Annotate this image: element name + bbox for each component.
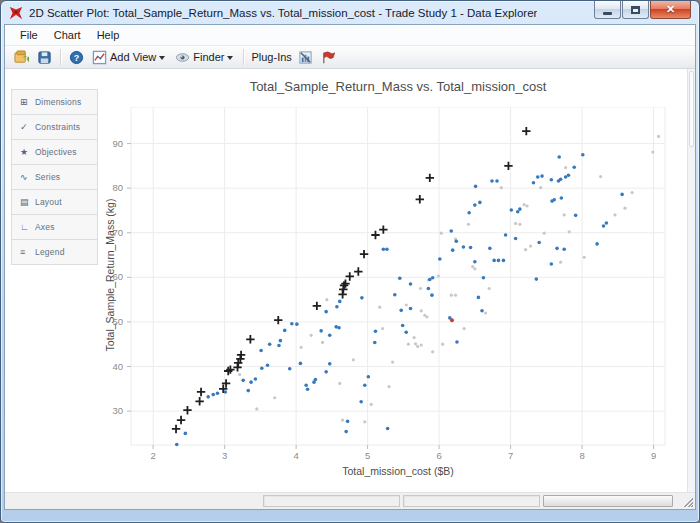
data-point[interactable] bbox=[529, 245, 532, 248]
data-point[interactable] bbox=[623, 207, 626, 210]
plugin-analysis-button[interactable] bbox=[294, 48, 317, 67]
data-point[interactable] bbox=[363, 383, 367, 387]
data-point[interactable] bbox=[510, 208, 514, 212]
data-point[interactable] bbox=[563, 213, 566, 216]
data-point[interactable] bbox=[500, 186, 503, 189]
data-point[interactable] bbox=[482, 276, 486, 280]
data-point[interactable] bbox=[352, 358, 355, 361]
data-point[interactable] bbox=[438, 257, 442, 261]
data-point[interactable] bbox=[367, 375, 371, 379]
data-point[interactable] bbox=[338, 300, 342, 304]
data-point[interactable] bbox=[473, 267, 476, 270]
data-point-plus[interactable] bbox=[504, 162, 512, 170]
sidebar-item-dimensions[interactable]: ⊞Dimensions bbox=[11, 89, 98, 115]
data-point[interactable] bbox=[560, 196, 564, 200]
data-point[interactable] bbox=[539, 186, 542, 189]
data-point-plus[interactable] bbox=[177, 416, 185, 424]
data-point[interactable] bbox=[324, 310, 328, 314]
data-point[interactable] bbox=[562, 247, 566, 251]
help-button[interactable]: ? bbox=[65, 48, 88, 67]
data-point[interactable] bbox=[532, 181, 536, 185]
data-point[interactable] bbox=[325, 298, 328, 301]
sidebar-item-axes[interactable]: ∟Axes bbox=[11, 214, 98, 240]
data-point[interactable] bbox=[480, 309, 484, 313]
data-point[interactable] bbox=[478, 201, 482, 205]
data-point[interactable] bbox=[550, 178, 554, 182]
data-point-plus[interactable] bbox=[274, 316, 282, 324]
data-point[interactable] bbox=[559, 177, 563, 181]
data-point[interactable] bbox=[651, 150, 654, 153]
data-point[interactable] bbox=[211, 393, 215, 397]
data-point[interactable] bbox=[300, 346, 303, 349]
data-point[interactable] bbox=[463, 327, 466, 330]
sidebar-item-objectives[interactable]: ★Objectives bbox=[11, 139, 98, 165]
data-point[interactable] bbox=[484, 311, 487, 314]
data-point[interactable] bbox=[430, 293, 434, 297]
data-point[interactable] bbox=[441, 343, 444, 346]
data-point-plus[interactable] bbox=[346, 272, 354, 280]
data-point[interactable] bbox=[450, 294, 453, 297]
data-point[interactable] bbox=[404, 330, 408, 334]
data-point[interactable] bbox=[467, 211, 471, 215]
sidebar-item-constraints[interactable]: ✓Constraints bbox=[11, 114, 98, 140]
data-point[interactable] bbox=[341, 418, 344, 421]
data-point[interactable] bbox=[657, 135, 660, 138]
sidebar-item-legend[interactable]: ≡Legend bbox=[11, 239, 98, 265]
data-point[interactable] bbox=[431, 350, 434, 353]
data-point[interactable] bbox=[543, 232, 546, 235]
data-point[interactable] bbox=[454, 294, 457, 297]
data-point[interactable] bbox=[338, 382, 341, 385]
data-point[interactable] bbox=[514, 237, 518, 241]
data-point[interactable] bbox=[574, 214, 578, 218]
data-point[interactable] bbox=[518, 223, 521, 226]
save-button[interactable] bbox=[33, 48, 56, 67]
data-point[interactable] bbox=[599, 175, 602, 178]
data-point[interactable] bbox=[391, 360, 394, 363]
data-point[interactable] bbox=[324, 370, 328, 374]
data-point[interactable] bbox=[255, 407, 258, 410]
data-point[interactable] bbox=[595, 242, 599, 246]
data-point[interactable] bbox=[175, 443, 179, 447]
menu-item-help[interactable]: Help bbox=[89, 27, 128, 43]
data-point[interactable] bbox=[260, 367, 264, 371]
data-point[interactable] bbox=[370, 403, 373, 406]
data-point[interactable] bbox=[473, 260, 477, 264]
data-point[interactable] bbox=[273, 396, 276, 399]
data-point[interactable] bbox=[387, 385, 390, 388]
scatter-plot[interactable]: 2345678930405060708090 bbox=[101, 107, 675, 471]
data-point[interactable] bbox=[492, 259, 496, 263]
data-point-plus[interactable] bbox=[340, 281, 348, 289]
titlebar[interactable]: 2D Scatter Plot: Total_Sample_Return_Mas… bbox=[1, 1, 699, 24]
data-point[interactable] bbox=[537, 241, 541, 245]
data-point-plus[interactable] bbox=[416, 195, 424, 203]
data-point[interactable] bbox=[581, 153, 585, 157]
data-point[interactable] bbox=[283, 329, 287, 333]
minimize-button[interactable] bbox=[594, 1, 621, 19]
data-point[interactable] bbox=[409, 307, 413, 311]
data-point[interactable] bbox=[405, 303, 408, 306]
data-point[interactable] bbox=[409, 282, 413, 286]
data-point[interactable] bbox=[514, 222, 517, 225]
data-point[interactable] bbox=[631, 191, 634, 194]
data-point[interactable] bbox=[555, 247, 559, 251]
data-point[interactable] bbox=[467, 223, 470, 226]
data-point[interactable] bbox=[583, 256, 586, 259]
data-point[interactable] bbox=[401, 324, 405, 328]
vertical-scrollbar[interactable] bbox=[687, 69, 695, 492]
data-point[interactable] bbox=[495, 179, 499, 183]
data-point[interactable] bbox=[451, 248, 455, 252]
data-point[interactable] bbox=[564, 166, 567, 169]
finder-button[interactable]: Finder bbox=[171, 48, 239, 67]
data-point-plus[interactable] bbox=[313, 302, 321, 310]
data-point[interactable] bbox=[279, 339, 283, 343]
data-point[interactable] bbox=[525, 204, 528, 207]
data-point[interactable] bbox=[382, 247, 386, 251]
data-point[interactable] bbox=[381, 327, 384, 330]
data-point[interactable] bbox=[450, 318, 454, 322]
data-point[interactable] bbox=[386, 427, 390, 431]
data-point[interactable] bbox=[540, 174, 544, 178]
data-point-plus[interactable] bbox=[371, 231, 379, 239]
data-point[interactable] bbox=[455, 340, 459, 344]
data-point[interactable] bbox=[535, 277, 539, 281]
menu-item-chart[interactable]: Chart bbox=[46, 27, 89, 43]
